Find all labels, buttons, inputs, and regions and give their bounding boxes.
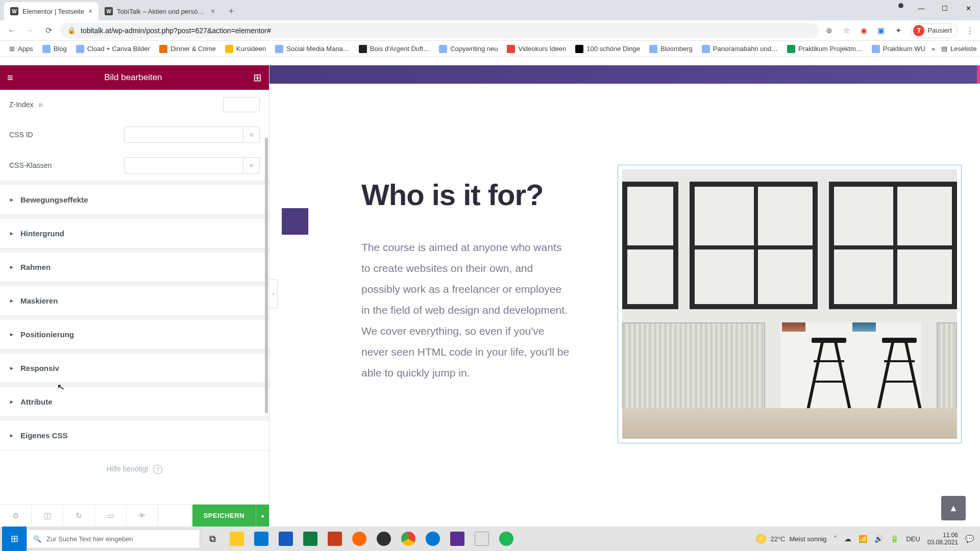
- language-indicator[interactable]: DEU: [906, 535, 920, 543]
- section-eigenes-css[interactable]: ▸Eigenes CSS: [0, 421, 269, 450]
- save-options-icon[interactable]: ▲: [256, 505, 269, 527]
- dynamic-icon[interactable]: ≡: [243, 127, 260, 143]
- new-tab-button[interactable]: +: [224, 4, 238, 18]
- battery-icon[interactable]: 🔋: [890, 535, 899, 543]
- responsive-icon[interactable]: ▭: [95, 505, 127, 527]
- menu-icon[interactable]: ≡: [7, 72, 13, 84]
- bookmark-item[interactable]: Cload + Canva Bilder: [73, 43, 153, 55]
- navigator-icon[interactable]: ◫: [32, 505, 63, 527]
- bookmark-item[interactable]: Kursideen: [222, 43, 270, 55]
- bookmark-item[interactable]: Blog: [39, 43, 70, 55]
- section-maskieren[interactable]: ▸Maskieren: [0, 286, 269, 316]
- tab-elementor[interactable]: W Elementor | Testseite ×: [4, 2, 99, 20]
- section-responsiv[interactable]: ▸Responsiv: [0, 354, 269, 383]
- close-icon[interactable]: ✕: [957, 0, 980, 16]
- collapse-sidebar-icon[interactable]: ‹: [270, 280, 278, 308]
- section-attribute[interactable]: ▸Attribute: [0, 387, 269, 417]
- maximize-icon[interactable]: ☐: [933, 0, 957, 16]
- app-icon[interactable]: [347, 527, 372, 551]
- chrome-icon[interactable]: [396, 527, 421, 551]
- cssclasses-input[interactable]: [124, 157, 243, 173]
- mail-icon[interactable]: [249, 527, 274, 551]
- bookmark-item[interactable]: Praktikum Projektm…: [784, 43, 866, 55]
- bookmark-label: 100 schöne Dinge: [586, 45, 640, 53]
- image-widget-selected[interactable]: [618, 165, 962, 443]
- minimize-icon[interactable]: —: [910, 0, 933, 16]
- onedrive-icon[interactable]: ☁: [844, 535, 851, 543]
- section-handle[interactable]: [977, 65, 980, 84]
- extension-icon[interactable]: ◉: [859, 26, 869, 36]
- help-link[interactable]: Hilfe benötigt ?: [0, 450, 269, 481]
- grid-icon[interactable]: ⊞: [253, 71, 262, 84]
- scroll-top-button[interactable]: ▲: [941, 496, 966, 520]
- address-bar[interactable]: 🔒 tobitalk.at/wp-admin/post.php?post=627…: [60, 23, 819, 38]
- bookmark-item[interactable]: Copywriting neu: [436, 43, 501, 55]
- zoom-icon[interactable]: ⊕: [824, 26, 834, 36]
- wordpress-icon: W: [10, 7, 18, 15]
- history-icon[interactable]: ↻: [63, 505, 95, 527]
- bookmark-item[interactable]: Social Media Mana…: [272, 43, 353, 55]
- word-icon[interactable]: [274, 527, 298, 551]
- extensions-icon[interactable]: ✦: [893, 26, 903, 36]
- section-rahmen[interactable]: ▸Rahmen: [0, 253, 269, 282]
- close-icon[interactable]: ×: [211, 7, 215, 15]
- bookmark-icon: [649, 45, 657, 53]
- clock[interactable]: 11:06 03.08.2021: [927, 532, 958, 546]
- scrollbar-thumb[interactable]: [265, 138, 268, 413]
- extension-icon[interactable]: ▣: [876, 26, 886, 36]
- section-hintergrund[interactable]: ▸Hintergrund: [0, 219, 269, 248]
- menu-icon[interactable]: ⋮: [965, 26, 975, 36]
- sidebar-body[interactable]: Z-Index🖥 CSS ID ≡ CSS-Klassen ≡ ▸Bewegun…: [0, 90, 269, 504]
- zindex-input[interactable]: [223, 97, 260, 112]
- powerpoint-icon[interactable]: [323, 527, 347, 551]
- apps-button[interactable]: ⊞Apps: [6, 43, 36, 55]
- search-box[interactable]: 🔍 Zur Suche Text hier eingeben: [27, 529, 200, 548]
- explorer-icon[interactable]: [225, 527, 249, 551]
- reading-list[interactable]: ▤Leseliste: [938, 43, 979, 55]
- task-view-icon[interactable]: ⧉: [200, 527, 225, 551]
- back-icon[interactable]: ←: [5, 24, 18, 37]
- star-icon[interactable]: ☆: [841, 26, 851, 36]
- bookmark-icon: [787, 45, 795, 53]
- bookmark-item[interactable]: Panoramabahn und…: [699, 43, 781, 55]
- desktop-icon[interactable]: 🖥: [37, 102, 43, 108]
- weather-widget[interactable]: 22°C Meist sonnig: [756, 534, 826, 544]
- wifi-icon[interactable]: 📶: [859, 535, 867, 543]
- notifications-icon[interactable]: 💬: [965, 535, 974, 543]
- excel-icon[interactable]: [298, 527, 323, 551]
- volume-icon[interactable]: 🔊: [874, 535, 883, 543]
- bookmark-item[interactable]: Bloomberg: [646, 43, 696, 55]
- forward-icon[interactable]: →: [23, 24, 37, 37]
- bookmark-icon: [872, 45, 880, 53]
- chevron-up-icon[interactable]: ˄: [834, 535, 837, 543]
- save-button[interactable]: SPEICHERN: [192, 505, 256, 527]
- bookmarks-more[interactable]: »: [932, 45, 935, 53]
- settings-icon[interactable]: ⚙: [0, 505, 32, 527]
- app-icon[interactable]: [445, 527, 470, 551]
- tab-search-icon[interactable]: [898, 3, 903, 8]
- start-button[interactable]: ⊞: [2, 527, 27, 551]
- dynamic-icon[interactable]: ≡: [243, 157, 260, 173]
- edge-icon[interactable]: [421, 527, 445, 551]
- bookmark-item[interactable]: Bois d'Argent Duft…: [356, 43, 433, 55]
- preview-icon[interactable]: 👁: [127, 505, 158, 527]
- weather-temp: 22°C: [770, 535, 785, 543]
- cssid-input[interactable]: [124, 127, 243, 143]
- section-bewegungseffekte[interactable]: ▸Bewegungseffekte: [0, 185, 269, 215]
- close-icon[interactable]: ×: [88, 7, 92, 15]
- search-placeholder: Zur Suche Text hier eingeben: [46, 535, 133, 543]
- bookmark-item[interactable]: Praktikum WU: [869, 43, 928, 55]
- tab-tobitalk[interactable]: W TobiTalk – Aktien und persönliche ×: [99, 2, 221, 20]
- section-positionierung[interactable]: ▸Positionierung: [0, 320, 269, 349]
- bookmark-item[interactable]: Videokurs Ideen: [504, 43, 569, 55]
- notepad-icon[interactable]: [470, 527, 494, 551]
- preview-area[interactable]: ‹ Who is it for? The course is aimed at …: [270, 65, 980, 527]
- profile-button[interactable]: T Pausiert: [911, 23, 958, 38]
- caret-right-icon: ▸: [10, 196, 13, 203]
- elementor-sidebar: ≡ Bild bearbeiten ⊞ Z-Index🖥 CSS ID ≡ CS…: [0, 65, 270, 527]
- spotify-icon[interactable]: [494, 527, 519, 551]
- obs-icon[interactable]: [372, 527, 396, 551]
- reload-icon[interactable]: ⟳: [42, 24, 55, 37]
- bookmark-item[interactable]: 100 schöne Dinge: [572, 43, 643, 55]
- bookmark-item[interactable]: Dinner & Crime: [156, 43, 219, 55]
